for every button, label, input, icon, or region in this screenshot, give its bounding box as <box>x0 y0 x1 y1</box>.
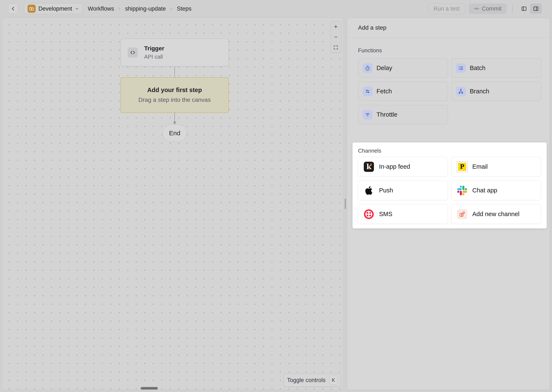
chevron-left-icon <box>10 6 16 11</box>
function-branch-button[interactable]: Branch <box>451 82 541 101</box>
postmark-logo-icon: P <box>457 161 468 172</box>
function-fetch-button[interactable]: Fetch <box>358 82 448 101</box>
git-commit-icon <box>474 6 479 11</box>
channels-section: Channels k In-app feed P Email <box>353 142 547 228</box>
dropzone-subtitle: Drag a step into the canvas <box>138 97 211 103</box>
expand-icon <box>333 45 338 50</box>
environment-selector[interactable]: Development <box>24 3 83 14</box>
function-batch-button[interactable]: Batch <box>451 58 541 78</box>
trigger-node-subtitle: API call <box>144 54 164 60</box>
functions-section-label: Functions <box>358 47 382 54</box>
channel-chat-app-button[interactable]: Chat app <box>451 181 541 200</box>
toggle-left-panel-button[interactable] <box>518 4 530 14</box>
panel-right-icon <box>533 6 539 12</box>
toggle-controls-label: Toggle controls <box>287 377 326 384</box>
twilio-logo-icon <box>363 209 374 220</box>
add-channel-grid-icon <box>457 209 468 220</box>
batch-icon <box>456 63 466 73</box>
keyboard-shortcut-key: K <box>329 376 337 385</box>
edge-connector <box>174 66 175 77</box>
channels-section-label: Channels <box>358 147 381 154</box>
chevron-right-icon <box>169 7 173 11</box>
toggle-right-panel-button[interactable] <box>530 4 542 14</box>
back-button[interactable] <box>8 4 18 14</box>
folder-icon <box>28 5 36 13</box>
trigger-node-title: Trigger <box>144 45 164 52</box>
dropzone-title: Add your first step <box>147 87 202 94</box>
fit-view-button[interactable] <box>330 42 341 53</box>
slack-logo-icon <box>457 185 468 196</box>
panel-left-icon <box>521 6 527 12</box>
fetch-icon <box>363 87 372 96</box>
zoom-in-button[interactable]: + <box>330 21 341 32</box>
channels-grid: k In-app feed P Email Push <box>358 157 541 224</box>
throttle-icon <box>363 110 372 119</box>
breadcrumb: Workflows shipping-update Steps <box>88 6 191 12</box>
functions-grid: Delay Batch Fetch Branch Throttle <box>358 58 541 124</box>
delay-icon <box>363 63 372 73</box>
toggle-controls-button[interactable]: Toggle controls K <box>283 374 341 387</box>
chevron-down-icon <box>75 7 79 11</box>
add-new-channel-button[interactable]: Add new channel <box>451 204 541 224</box>
channel-in-app-feed-button[interactable]: k In-app feed <box>358 157 448 176</box>
channel-sms-button[interactable]: SMS <box>358 204 448 224</box>
apple-logo-icon <box>363 185 374 196</box>
channel-email-button[interactable]: P Email <box>451 157 541 176</box>
function-throttle-button[interactable]: Throttle <box>358 105 448 124</box>
horizontal-scrollbar-thumb[interactable] <box>140 386 158 390</box>
commit-label: Commit <box>482 6 501 12</box>
canvas-zoom-controls: + − <box>330 21 341 53</box>
breadcrumb-item-workflow-name[interactable]: shipping-update <box>125 6 166 12</box>
top-bar: Development Workflows shipping-update St… <box>0 0 552 17</box>
edge-arrow <box>172 113 177 125</box>
commit-button[interactable]: Commit <box>469 3 507 14</box>
function-delay-button[interactable]: Delay <box>358 58 448 78</box>
panel-title: Add a step <box>347 18 550 37</box>
branch-icon <box>456 87 466 96</box>
breadcrumb-item-steps[interactable]: Steps <box>177 6 191 12</box>
chevron-right-icon <box>117 7 122 11</box>
environment-label: Development <box>38 6 72 12</box>
vertical-scrollbar-thumb[interactable] <box>345 199 346 209</box>
code-brackets-icon <box>128 47 138 58</box>
breadcrumb-item-workflows[interactable]: Workflows <box>88 6 114 12</box>
add-first-step-dropzone[interactable]: Add your first step Drag a step into the… <box>120 77 229 113</box>
zoom-out-button[interactable]: − <box>330 32 341 42</box>
workflow-canvas[interactable]: Trigger API call Add your first step Dra… <box>2 17 344 390</box>
end-node: End <box>162 125 187 142</box>
run-test-button[interactable]: Run a test <box>428 3 465 14</box>
topbar-divider <box>512 5 513 12</box>
channel-push-button[interactable]: Push <box>358 181 448 200</box>
trigger-node[interactable]: Trigger API call <box>121 39 229 66</box>
add-step-panel: Add a step Functions Delay Batch Fetch B… <box>347 18 550 390</box>
knock-logo-icon: k <box>363 161 374 172</box>
end-node-label: End <box>169 130 180 137</box>
